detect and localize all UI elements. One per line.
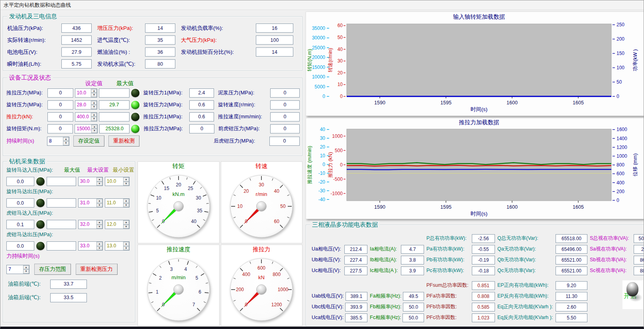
spinner-arrows[interactable]: ▲▼: [23, 265, 29, 274]
spin-up-icon[interactable]: ▲: [123, 177, 129, 182]
status-mid-value[interactable]: 0.6: [189, 100, 214, 110]
spin-up-icon[interactable]: ▲: [96, 177, 102, 182]
engine-field-value[interactable]: 36: [145, 47, 175, 57]
spin-up-icon[interactable]: ▲: [91, 125, 97, 129]
spinner-arrows[interactable]: ▲▼: [123, 199, 129, 207]
spin-down-icon[interactable]: ▼: [123, 203, 129, 208]
meter-cell-value[interactable]: 4.7: [401, 245, 424, 254]
status-set-spinner[interactable]: 28.0▲▼: [75, 100, 98, 110]
collect-value[interactable]: 0.0: [6, 198, 34, 208]
meter-cell-value[interactable]: 65518.00: [556, 234, 587, 243]
meter-cell-value[interactable]: 880.00: [634, 266, 644, 275]
meter-cell-value[interactable]: -0.55: [472, 245, 495, 254]
spinner-arrows[interactable]: ▲▼: [91, 89, 97, 97]
meter-cell-value[interactable]: 49.5: [403, 292, 424, 301]
status-mid-value[interactable]: 0: [189, 124, 214, 133]
engine-field-value[interactable]: 1452: [61, 35, 92, 45]
collect-max-value[interactable]: [47, 241, 76, 251]
meter-cell-value[interactable]: 0.585: [472, 303, 495, 311]
engine-field-value[interactable]: 80: [145, 59, 175, 69]
status-mid-value[interactable]: 2.4: [189, 88, 214, 98]
spin-down-icon[interactable]: ▼: [91, 93, 97, 97]
meter-cell-value[interactable]: 393.9: [345, 303, 367, 311]
spinner-arrows[interactable]: ▲▼: [123, 242, 129, 250]
spin-down-icon[interactable]: ▼: [123, 182, 129, 186]
status-right-value[interactable]: 0: [270, 124, 300, 133]
spin-up-icon[interactable]: ▲: [123, 199, 129, 203]
spin-up-icon[interactable]: ▲: [96, 242, 102, 246]
spin-up-icon[interactable]: ▲: [123, 242, 129, 246]
recheck-button[interactable]: 重新检测: [108, 135, 139, 147]
status-current-value[interactable]: 0: [47, 100, 73, 110]
status-right-value[interactable]: 0: [270, 100, 300, 110]
spinner-arrows[interactable]: ▲▼: [96, 220, 102, 229]
engine-field-value[interactable]: 436: [61, 24, 92, 33]
spinner-arrows[interactable]: ▲▼: [63, 137, 69, 145]
spin-down-icon[interactable]: ▼: [96, 246, 102, 251]
status-mid-value[interactable]: 0.6: [189, 112, 214, 121]
engine-field-value[interactable]: 100: [256, 35, 293, 45]
spin-down-icon[interactable]: ▼: [96, 182, 102, 186]
collect-value[interactable]: 0.1: [6, 220, 34, 229]
meter-cell-value[interactable]: 1.023: [472, 313, 495, 322]
meter-cell-value[interactable]: 65496.00: [556, 245, 587, 254]
engine-field-value[interactable]: 14: [145, 24, 175, 33]
status-set-spinner[interactable]: 15000.0▲▼: [75, 124, 98, 133]
status-max-value[interactable]: [99, 112, 129, 121]
meter-cell-value[interactable]: 50.0: [403, 303, 424, 311]
spinner-arrows[interactable]: ▲▼: [96, 242, 102, 250]
collect-max-set-spinner[interactable]: 33.0▲▼: [78, 241, 103, 251]
status-set-spinner[interactable]: 400.0▲▼: [75, 112, 98, 121]
meter-cell-value[interactable]: 5.50: [556, 313, 587, 322]
meter-cell-value[interactable]: -0.19: [472, 256, 495, 264]
save-pressure-range-button[interactable]: 存压力范围: [34, 264, 71, 275]
status-right-value[interactable]: 0: [270, 112, 300, 121]
meter-cell-value[interactable]: 389.1: [346, 292, 367, 301]
status-max-value[interactable]: [99, 88, 129, 98]
spin-up-icon[interactable]: ▲: [91, 113, 97, 117]
spin-up-icon[interactable]: ▲: [91, 101, 97, 105]
status-current-value[interactable]: 0: [47, 112, 73, 121]
spinner-arrows[interactable]: ▲▼: [96, 199, 102, 207]
spin-up-icon[interactable]: ▲: [96, 220, 102, 225]
spinner-arrows[interactable]: ▲▼: [91, 113, 97, 121]
power-switch-button[interactable]: 开启: [622, 280, 643, 309]
collect-max-value[interactable]: [47, 177, 76, 186]
collect-max-value[interactable]: [47, 220, 76, 229]
meter-cell-value[interactable]: 20.00: [634, 245, 644, 254]
spinner-arrows[interactable]: ▲▼: [96, 177, 102, 186]
save-setpoints-button[interactable]: 存设定值: [73, 135, 104, 147]
spin-down-icon[interactable]: ▼: [123, 246, 129, 251]
meter-cell-value[interactable]: 65521.00: [556, 266, 587, 275]
meter-cell-value[interactable]: 385.5: [345, 313, 367, 322]
collect-value[interactable]: 0.0: [6, 177, 34, 186]
meter-cell-value[interactable]: 3.9: [401, 266, 424, 275]
status-current-value[interactable]: 0: [47, 88, 73, 98]
spin-up-icon[interactable]: ▲: [123, 220, 129, 225]
spin-down-icon[interactable]: ▼: [91, 129, 97, 133]
spin-down-icon[interactable]: ▼: [96, 225, 102, 229]
engine-field-value[interactable]: 27.9: [61, 47, 92, 57]
meter-cell-value[interactable]: 227.4: [344, 256, 367, 264]
meter-cell-value[interactable]: 0.851: [472, 281, 495, 290]
spin-down-icon[interactable]: ▼: [123, 225, 129, 229]
tank-rear-value[interactable]: 33.5: [50, 293, 87, 302]
collect-max-set-spinner[interactable]: 32.0▲▼: [78, 220, 103, 229]
window-titlebar[interactable]: 水平定向钻机数据和动态曲线: [0, 0, 644, 10]
meter-cell-value[interactable]: 3.8: [401, 256, 424, 264]
meter-cell-value[interactable]: 2.60: [556, 303, 587, 311]
spinner-arrows[interactable]: ▲▼: [91, 125, 97, 133]
tank-front-value[interactable]: 33.7: [50, 280, 87, 289]
status-current-value[interactable]: 0: [47, 124, 73, 133]
status-right-value[interactable]: 0: [270, 88, 300, 98]
spinner-arrows[interactable]: ▲▼: [123, 220, 129, 229]
meter-cell-value[interactable]: -2.56: [472, 234, 495, 243]
recheck-pressure-button[interactable]: 重新检测压力: [76, 264, 118, 275]
engine-field-value[interactable]: 14: [256, 47, 293, 57]
meter-cell-value[interactable]: 212.4: [344, 245, 367, 254]
collect-min-set-spinner[interactable]: 11.0▲▼: [105, 198, 130, 208]
spin-up-icon[interactable]: ▲: [96, 199, 102, 203]
meter-cell-value[interactable]: 860.00: [634, 256, 644, 264]
collect-min-set-spinner[interactable]: 12.0▲▼: [105, 220, 130, 229]
engine-field-value[interactable]: 35: [145, 35, 175, 45]
